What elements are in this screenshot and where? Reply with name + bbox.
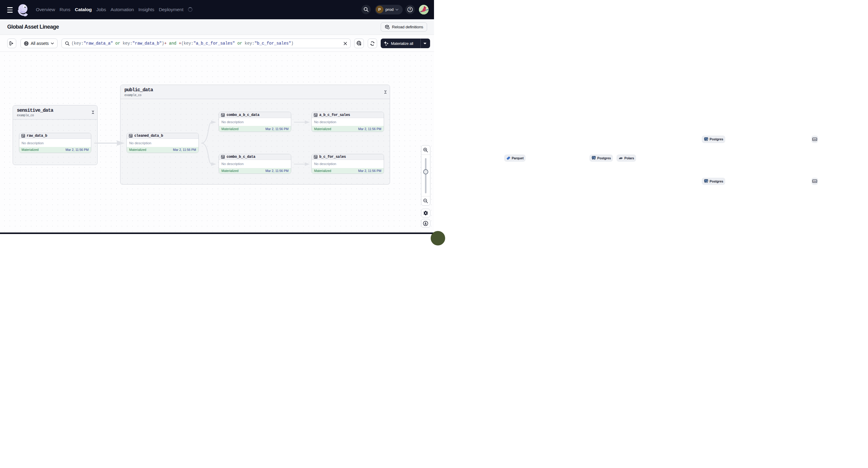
svg-text:?: ? [409,7,411,11]
